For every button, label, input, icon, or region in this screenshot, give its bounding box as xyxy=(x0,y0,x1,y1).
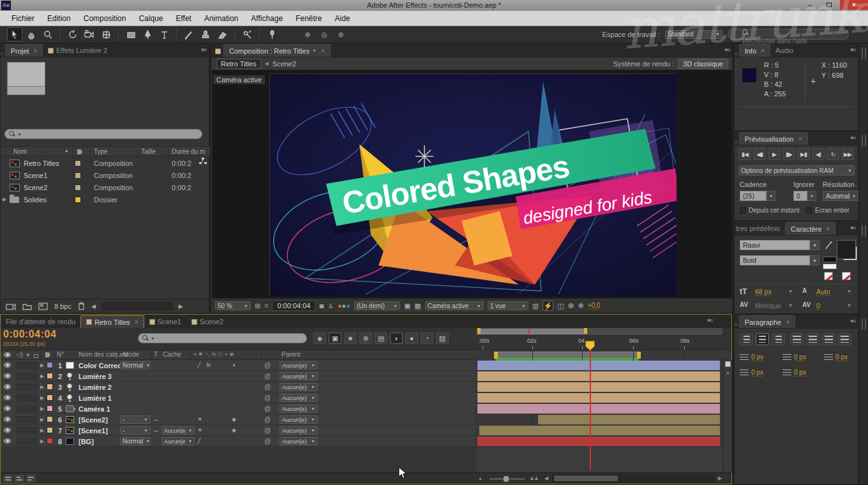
adjustment-switch[interactable]: ◑ xyxy=(232,362,235,368)
layer-row-camera-1[interactable]: ▶ 5 Caméra 1 @ Aucun(e)▼ xyxy=(1,403,475,414)
fill-white-chip[interactable] xyxy=(823,264,837,269)
tab-timeline-scene1[interactable]: Scene1 xyxy=(144,315,186,328)
close-tab-icon[interactable]: × xyxy=(786,318,789,325)
tab-render-queue[interactable]: File d'attente de rendu xyxy=(1,315,80,328)
parent-pickwhip-icon[interactable]: @ xyxy=(264,373,271,380)
menu-animation[interactable]: Animation xyxy=(198,14,244,23)
navigator-view-bar[interactable] xyxy=(477,329,587,334)
comp-mini-flowchart-icon[interactable]: ◈ xyxy=(313,332,326,344)
layer-visibility-icon[interactable] xyxy=(4,362,11,368)
blend-mode-dropdown[interactable]: Normal▼ xyxy=(120,361,151,369)
pen-tool-icon[interactable] xyxy=(140,27,155,41)
help-search-field[interactable] xyxy=(728,29,849,40)
new-composition-icon[interactable] xyxy=(38,302,48,310)
parent-dropdown[interactable]: Aucun(e)▼ xyxy=(280,437,318,445)
3d-switch[interactable]: ◈ xyxy=(232,427,236,433)
blend-mode-dropdown[interactable]: -▼ xyxy=(120,415,151,424)
cadence-value[interactable]: (25) xyxy=(740,191,767,201)
parent-dropdown[interactable]: Aucun(e)▼ xyxy=(280,426,318,435)
axis-mode-world-icon[interactable]: ◎ xyxy=(317,27,332,41)
layer-bar-lumiere-1[interactable] xyxy=(477,393,720,403)
label-color-swatch[interactable] xyxy=(75,160,81,167)
label-color-swatch[interactable] xyxy=(47,405,53,412)
menu-effet[interactable]: Effet xyxy=(169,14,197,23)
last-frame-button[interactable]: ▶▮ xyxy=(797,148,810,160)
comp-marker-bin-icon[interactable] xyxy=(725,361,731,367)
footer-scroll-track[interactable] xyxy=(102,302,172,310)
graph-editor-icon[interactable]: ▨ xyxy=(436,332,449,344)
time-ruler[interactable]: :00s 02s 04 06s 08s xyxy=(476,336,722,350)
layer-row-scene2[interactable]: ▶ 6 [Scene2] -▼ – ☀ ◈ @ Aucun(e)▼ xyxy=(1,414,475,425)
align-center-button[interactable] xyxy=(756,333,769,345)
resolution-value[interactable]: Automat... xyxy=(823,191,849,201)
navigator-handle-left[interactable] xyxy=(477,328,481,334)
no-fill-swatch[interactable] xyxy=(824,272,833,280)
parent-pickwhip-icon[interactable]: @ xyxy=(264,405,271,412)
puppet-pin-tool-icon[interactable] xyxy=(264,27,280,41)
comp-flowchart-icon[interactable]: ♼ xyxy=(568,302,574,310)
chevron-down-icon[interactable]: ▼ xyxy=(807,191,816,201)
fill-color-swatch[interactable] xyxy=(837,240,856,259)
label-color-swatch[interactable] xyxy=(47,384,53,390)
next-frame-button[interactable]: ▮▶ xyxy=(782,148,795,160)
new-folder-icon[interactable] xyxy=(22,302,32,310)
close-tab-icon[interactable]: × xyxy=(826,225,830,232)
breadcrumb-previous[interactable]: Scene2 xyxy=(273,60,296,68)
tab-timeline-retro-titles[interactable]: Retro Titles× xyxy=(80,315,144,328)
column-layer-name[interactable]: Nom des calques xyxy=(79,351,128,358)
close-tab-icon[interactable]: × xyxy=(321,47,325,54)
layer-bar-camera-1[interactable] xyxy=(477,404,720,414)
selection-tool-icon[interactable] xyxy=(7,27,22,41)
auto-keyframe-icon[interactable]: ◔ xyxy=(421,332,433,344)
draft-3d-icon[interactable]: ★ xyxy=(344,332,357,344)
label-color-swatch[interactable] xyxy=(47,394,53,401)
column-type[interactable]: Type xyxy=(94,148,108,155)
column-number[interactable]: N° xyxy=(57,351,64,358)
quality-switch[interactable]: ╱ xyxy=(197,438,200,444)
hscroll-right-icon[interactable]: ▶ xyxy=(718,475,722,481)
panel-menu-icon[interactable]: ▾≡ xyxy=(724,47,730,53)
parent-pickwhip-icon[interactable]: @ xyxy=(264,416,271,423)
indent-left-field[interactable]: 0 px xyxy=(740,354,763,361)
tab-effets-predefinis[interactable]: tres prédéfinis xyxy=(735,222,785,235)
expand-arrow-icon[interactable]: ▶ xyxy=(40,438,44,444)
work-area-start-handle[interactable] xyxy=(494,352,498,359)
justify-last-right-button[interactable] xyxy=(822,333,835,345)
expand-arrow-icon[interactable]: ▶ xyxy=(40,362,44,368)
resolution-dropdown[interactable]: (Un demi)▼ xyxy=(354,301,400,310)
close-tab-icon[interactable]: × xyxy=(798,135,802,142)
reset-exposure-icon[interactable]: ✻ xyxy=(578,302,583,310)
indent-right-field[interactable]: 0 px xyxy=(824,354,848,361)
label-color-swatch[interactable] xyxy=(47,427,53,433)
expand-transfer-controls-toggle[interactable] xyxy=(15,475,24,482)
tab-info[interactable]: Info× xyxy=(739,44,770,57)
layer-bar-scene2[interactable] xyxy=(538,415,720,424)
layer-row-scene1[interactable]: ▶ 7 [Scene1] -▼ – Aucun(e▼ ☀ ◈ @ Aucun(e… xyxy=(1,425,475,436)
3d-switch[interactable]: ◈ xyxy=(232,416,236,422)
indent-first-line-field[interactable]: 0 px xyxy=(782,354,806,361)
roto-brush-tool-icon[interactable] xyxy=(239,27,255,41)
panel-menu-icon[interactable]: ▾≡ xyxy=(201,47,206,53)
timeline-search-field[interactable]: ▼ xyxy=(138,333,307,343)
parent-dropdown[interactable]: Aucun(e)▼ xyxy=(280,415,318,424)
tab-caractere[interactable]: Caractère× xyxy=(785,222,835,235)
parent-pickwhip-icon[interactable]: @ xyxy=(264,438,271,445)
exposure-value[interactable]: +0,0 xyxy=(588,302,601,310)
breadcrumb-current[interactable]: Retro Titles xyxy=(216,59,261,69)
column-t[interactable]: T xyxy=(154,351,158,358)
zoom-level-dropdown[interactable]: 50 %▼ xyxy=(215,301,251,310)
previous-frame-button[interactable]: ◀▮ xyxy=(753,148,766,160)
first-frame-button[interactable]: ▮◀ xyxy=(738,148,751,160)
close-tab-icon[interactable]: × xyxy=(761,47,765,54)
hand-tool-icon[interactable] xyxy=(24,27,39,41)
align-right-button[interactable] xyxy=(772,333,785,345)
tab-composition-retro-titles[interactable]: Composition : Retro Titles ▼ × xyxy=(223,44,331,57)
tab-audio[interactable]: Audio xyxy=(770,44,798,57)
label-color-swatch[interactable] xyxy=(75,184,81,191)
layer-visibility-icon[interactable] xyxy=(4,384,11,389)
layer-visibility-icon[interactable] xyxy=(4,417,11,422)
project-search-field[interactable]: ▼ xyxy=(4,129,202,139)
chevron-down-icon[interactable]: ▼ xyxy=(788,289,793,294)
brainstorm-icon[interactable]: ● xyxy=(405,332,418,344)
close-tab-icon[interactable]: × xyxy=(33,47,37,54)
